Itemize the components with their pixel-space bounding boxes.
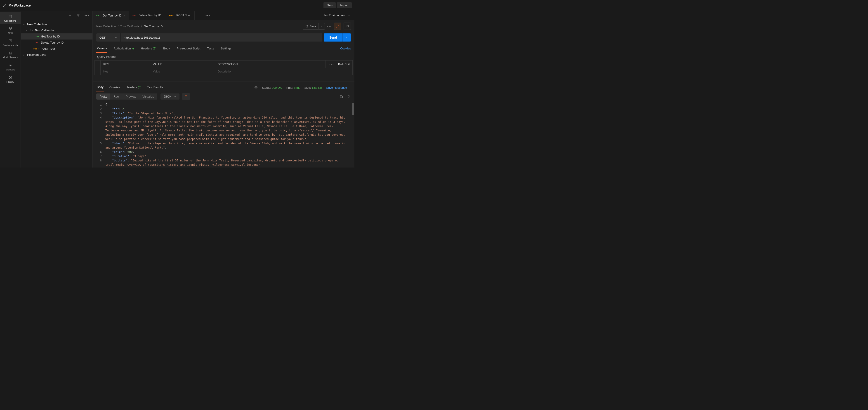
rail-monitors[interactable]: Monitors	[0, 61, 21, 73]
new-tab-button[interactable]: +	[195, 13, 204, 18]
crumb-sep: /	[141, 25, 142, 28]
folder-tour-california[interactable]: Tour California	[21, 27, 92, 33]
chevron-down-icon	[23, 23, 25, 26]
resp-headers-label: Headers	[126, 86, 137, 89]
globe-icon[interactable]	[254, 86, 258, 90]
filter-icon[interactable]	[76, 14, 80, 18]
folder-icon	[30, 29, 33, 32]
workspace-switcher[interactable]: My Workspace	[3, 3, 31, 7]
view-visualize[interactable]: Visualize	[139, 94, 157, 100]
crumb-sep: /	[118, 25, 119, 28]
collection-postman-echo[interactable]: Postman Echo	[21, 52, 92, 58]
qp-desc-input[interactable]: Description	[215, 68, 352, 75]
request-label: Delete Tour by ID	[41, 41, 64, 44]
resp-tab-body[interactable]: Body	[96, 84, 104, 92]
workspace-name: My Workspace	[8, 4, 31, 7]
response-body[interactable]: 1{2 "id": 2,3 "title": "In the Steps of …	[93, 102, 354, 168]
new-button[interactable]: New	[323, 2, 336, 8]
svg-point-3	[9, 27, 10, 28]
tab-delete-tour[interactable]: DEL Delete Tour by ID	[129, 11, 165, 20]
method-badge: POST	[168, 14, 175, 16]
qp-row-empty[interactable]: Key Value Description	[95, 68, 352, 75]
tab-params[interactable]: Params	[96, 44, 107, 53]
chevron-right-icon	[23, 54, 25, 56]
comments-button[interactable]	[344, 23, 351, 30]
resp-tab-cookies[interactable]: Cookies	[109, 84, 121, 91]
language-label: JSON	[164, 95, 172, 98]
edit-button[interactable]	[334, 23, 341, 30]
qp-value-input[interactable]: Value	[150, 68, 215, 75]
collection-label: New Collection	[27, 23, 47, 26]
collection-tree: New Collection Tour California GET Get T…	[21, 20, 92, 58]
rail-history[interactable]: History	[0, 73, 21, 86]
rail-apis-label: APIs	[8, 32, 13, 34]
tab-post-tour[interactable]: POST POST Tour	[165, 11, 195, 20]
svg-point-17	[348, 96, 350, 97]
wrap-lines-button[interactable]	[182, 93, 190, 100]
tab-get-tour[interactable]: GET Get Tour by ID ×	[93, 11, 129, 20]
time-label: Time:	[286, 86, 293, 90]
qp-key-input[interactable]: Key	[101, 68, 150, 75]
tab-headers[interactable]: Headers (7)	[141, 44, 157, 53]
copy-icon[interactable]	[340, 95, 343, 98]
rail-history-label: History	[6, 80, 14, 83]
request-subtabs: Params Authorization Headers (7) Body Pr…	[93, 44, 354, 53]
time-value: 8 ms	[294, 86, 300, 90]
response-view-row: Pretty Raw Preview Visualize JSON	[93, 92, 354, 102]
search-icon[interactable]	[347, 95, 351, 98]
crumb-folder[interactable]: Tour California	[120, 25, 139, 28]
rail-apis[interactable]: APIs	[0, 24, 21, 37]
rail-collections-label: Collections	[4, 20, 17, 22]
create-collection-icon[interactable]	[68, 14, 72, 18]
send-button[interactable]: Send	[324, 33, 342, 41]
crumb-collection[interactable]: New Collection	[96, 25, 116, 28]
tab-authorization[interactable]: Authorization	[113, 44, 135, 53]
request-get-tour-by-id[interactable]: GET Get Tour by ID	[21, 33, 92, 39]
resp-headers-count: (5)	[138, 86, 141, 89]
resp-tab-headers[interactable]: Headers (5)	[125, 84, 142, 91]
sidebar-more-icon[interactable]: •••	[85, 14, 89, 18]
request-more-icon[interactable]: •••	[327, 24, 332, 28]
qp-value-header: VALUE	[150, 61, 215, 68]
content-area: GET Get Tour by ID × DEL Delete Tour by …	[93, 11, 354, 168]
chevron-down-icon	[345, 36, 348, 39]
tab-body[interactable]: Body	[163, 44, 170, 53]
rail-mock-servers[interactable]: Mock Servers	[0, 49, 21, 61]
wrap-icon	[184, 95, 188, 98]
qp-more-icon[interactable]: •••	[329, 62, 334, 66]
view-raw[interactable]: Raw	[110, 94, 123, 100]
topbar: My Workspace New Import	[0, 0, 354, 11]
tabs-more-icon[interactable]: •••	[203, 13, 213, 17]
cookies-link[interactable]: Cookies	[340, 47, 351, 50]
import-button[interactable]: Import	[337, 2, 352, 8]
request-delete-tour-by-id[interactable]: DEL Delete Tour by ID	[21, 39, 92, 45]
scrollbar[interactable]	[352, 103, 354, 115]
method-badge: DEL	[35, 41, 39, 44]
svg-rect-7	[9, 52, 12, 53]
view-pretty[interactable]: Pretty	[96, 94, 110, 100]
url-input[interactable]	[121, 33, 322, 41]
rail-collections[interactable]: Collections	[0, 12, 21, 24]
svg-rect-13	[346, 25, 348, 27]
tab-settings[interactable]: Settings	[220, 44, 232, 53]
environment-selector[interactable]: No Environment	[320, 13, 354, 17]
request-post-tour[interactable]: POST POST Tour	[21, 45, 92, 52]
close-icon[interactable]: ×	[123, 14, 125, 18]
collection-new-collection[interactable]: New Collection	[21, 21, 92, 27]
save-button[interactable]: Save	[303, 23, 319, 30]
save-response-button[interactable]: Save Response	[326, 86, 351, 90]
view-preview[interactable]: Preview	[123, 94, 139, 100]
save-dropdown[interactable]	[319, 23, 325, 30]
bulk-edit-button[interactable]: Bulk Edit	[338, 63, 350, 66]
monitors-icon	[8, 63, 12, 67]
method-select[interactable]: GET	[96, 33, 121, 41]
resp-tab-tests[interactable]: Test Results	[147, 84, 164, 91]
tab-tests[interactable]: Tests	[207, 44, 214, 53]
apis-icon	[8, 27, 12, 31]
language-select[interactable]: JSON	[160, 94, 180, 100]
rail-environments[interactable]: Environments	[0, 37, 21, 49]
tab-prerequest[interactable]: Pre-request Script	[176, 44, 201, 53]
save-response-label: Save Response	[326, 86, 347, 90]
send-dropdown[interactable]	[342, 33, 351, 41]
qp-desc-header: DESCRIPTION	[215, 61, 325, 68]
